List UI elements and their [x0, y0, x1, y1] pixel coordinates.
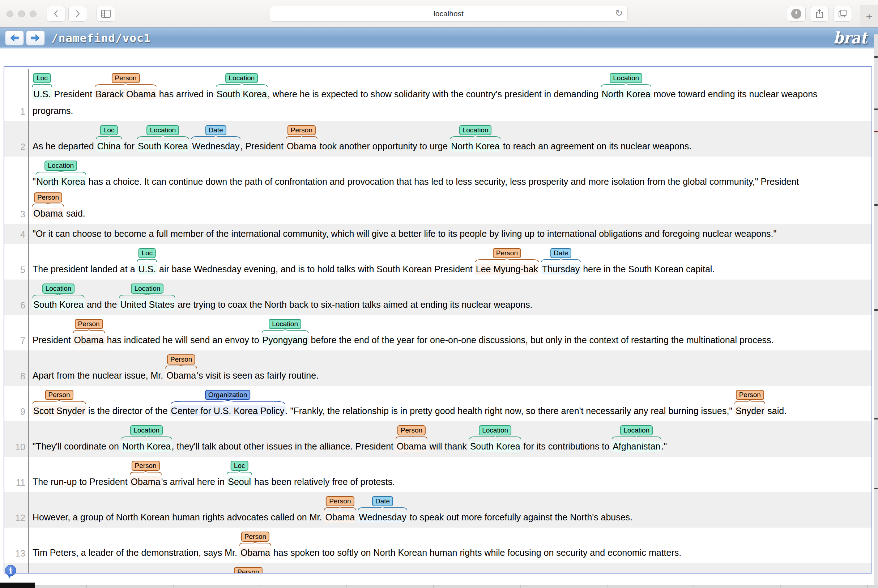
brace-connector	[121, 436, 172, 440]
entity-text: Obama	[324, 512, 356, 522]
text-line: PersonScott Snyder is the director of th…	[33, 386, 872, 418]
text-line: President PersonObama has indicated he w…	[33, 315, 872, 347]
back-button[interactable]	[46, 6, 66, 22]
new-tab-button[interactable]: +	[860, 5, 878, 28]
entity-span-person[interactable]: PersonObama	[166, 369, 197, 382]
entity-span-loc[interactable]: LocU.S.	[138, 262, 157, 276]
entity-span-person[interactable]: PersonObama	[240, 546, 271, 560]
brace-connector	[261, 330, 309, 333]
entity-span-person[interactable]: PersonObama	[33, 207, 64, 220]
entity-span-person[interactable]: PersonBarack Obama	[95, 87, 157, 101]
entity-label[interactable]: Person	[131, 461, 159, 471]
entity-span-person[interactable]: PersonObama	[324, 510, 355, 524]
entity-span-location[interactable]: LocationPyongyang	[262, 333, 309, 347]
zoom-button[interactable]	[30, 10, 36, 17]
entity-label[interactable]: Person	[45, 390, 73, 400]
address-bar[interactable]: localhost ↻	[270, 6, 628, 22]
entity-label[interactable]: Location	[269, 319, 301, 329]
entity-label[interactable]: Location	[620, 425, 653, 435]
entity-label[interactable]: Person	[34, 192, 62, 202]
show-tabs-button[interactable]	[833, 6, 852, 22]
entity-label[interactable]: Loc	[231, 461, 249, 471]
brace-connector	[96, 136, 122, 140]
entity-span-location[interactable]: LocationUnited States	[119, 298, 175, 311]
entity-label[interactable]: Location	[130, 425, 163, 435]
entity-span-person[interactable]: PersonObama	[396, 440, 427, 453]
entity-label[interactable]: Location	[479, 425, 511, 435]
entity-label[interactable]: Date	[550, 248, 571, 258]
entity-label[interactable]: Loc	[33, 73, 51, 83]
entity-label[interactable]: Date	[372, 496, 393, 506]
entity-label[interactable]: Location	[459, 125, 492, 135]
entity-label[interactable]: Location	[147, 125, 179, 135]
entity-label[interactable]: Loc	[138, 248, 156, 258]
minimize-button[interactable]	[18, 10, 25, 17]
forward-button[interactable]	[68, 6, 87, 22]
entity-label[interactable]: Person	[234, 567, 262, 573]
entity-text: U.S.	[32, 88, 52, 99]
entity-span-person[interactable]: PersonLee Myung-bak	[475, 262, 539, 276]
entity-label[interactable]: Date	[205, 125, 226, 135]
entity-label[interactable]: Person	[75, 319, 103, 329]
entity-span-person[interactable]: PersonScott Snyder	[33, 404, 86, 418]
entity-label[interactable]: Person	[288, 125, 316, 135]
text-row: 7President PersonObama has indicated he …	[4, 315, 872, 350]
line-number: 7	[4, 315, 29, 350]
line-number: 4	[4, 224, 29, 244]
entity-span-location[interactable]: LocationNorth Korea	[450, 139, 500, 153]
entity-span-location[interactable]: LocationNorth Korea	[121, 440, 172, 453]
entity-span-person[interactable]: PersonObama	[130, 475, 161, 489]
entity-text: North Korea	[601, 88, 652, 99]
entity-label[interactable]: Location	[45, 160, 77, 171]
entity-span-person[interactable]: PersonSnyder	[735, 404, 765, 418]
entity-label[interactable]: Location	[610, 73, 642, 83]
entity-span-location[interactable]: LocationSouth Korea	[33, 298, 84, 311]
entity-span-location[interactable]: LocationSouth Korea	[137, 139, 189, 153]
entity-span-loc[interactable]: LocU.S.	[33, 87, 52, 101]
brat-header: /namefind/voc1 brat	[0, 27, 878, 48]
info-icon[interactable]: i	[5, 565, 16, 576]
chevron-left-icon	[53, 9, 59, 18]
entity-span-person[interactable]: PersonObama	[73, 333, 105, 347]
entity-span-date[interactable]: DateThursday	[541, 262, 580, 276]
entity-span-organization[interactable]: OrganizationCenter for U.S. Korea Policy	[170, 404, 285, 418]
entity-label[interactable]: Person	[736, 390, 764, 400]
entity-label[interactable]: Person	[397, 425, 426, 435]
entity-span-location[interactable]: LocationSouth Korea	[216, 87, 268, 101]
entity-text: South Korea	[216, 88, 268, 99]
entity-label[interactable]: Location	[131, 284, 163, 294]
entity-span-location[interactable]: LocationNorth Korea	[36, 175, 86, 188]
entity-text: Pyongyang	[261, 334, 309, 345]
sidebar-toggle-button[interactable]	[97, 6, 115, 22]
brace-connector	[36, 171, 87, 175]
entity-span-date[interactable]: DateWednesday	[358, 510, 407, 524]
downloads-button[interactable]	[787, 6, 806, 22]
entity-label[interactable]: Person	[111, 73, 139, 83]
entity-label[interactable]: Person	[241, 532, 270, 542]
entity-span-location[interactable]: LocationSouth Korea	[469, 440, 521, 453]
text-line: Tim Peters, a leader of the demonstratio…	[33, 528, 872, 560]
entity-text: Obama	[240, 547, 271, 558]
entity-label[interactable]: Person	[493, 248, 521, 258]
entity-label[interactable]: Loc	[100, 125, 118, 135]
arrow-left-icon	[10, 34, 19, 42]
entity-label[interactable]: Person	[167, 354, 195, 364]
brace-connector	[227, 471, 252, 475]
entity-span-location[interactable]: LocationAfghanistan	[612, 440, 661, 453]
share-button[interactable]	[810, 6, 829, 22]
entity-span-date[interactable]: DateWednesday	[191, 139, 240, 153]
entity-span-loc[interactable]: LocSeoul	[227, 475, 252, 489]
entity-label[interactable]: Location	[225, 73, 258, 83]
entity-label[interactable]: Person	[326, 496, 354, 506]
entity-label[interactable]: Organization	[205, 390, 250, 400]
entity-span-loc[interactable]: LocChina	[97, 139, 121, 153]
entity-label[interactable]: Location	[42, 284, 75, 294]
reload-icon[interactable]: ↻	[615, 8, 623, 19]
close-button[interactable]	[6, 10, 13, 17]
brat-forward-button[interactable]	[26, 30, 45, 46]
entity-span-location[interactable]: LocationNorth Korea	[601, 87, 651, 101]
brace-connector	[32, 400, 86, 404]
brat-back-button[interactable]	[5, 30, 24, 46]
entity-span-person[interactable]: PersonObama	[286, 139, 317, 153]
line-number: 2	[4, 121, 29, 157]
